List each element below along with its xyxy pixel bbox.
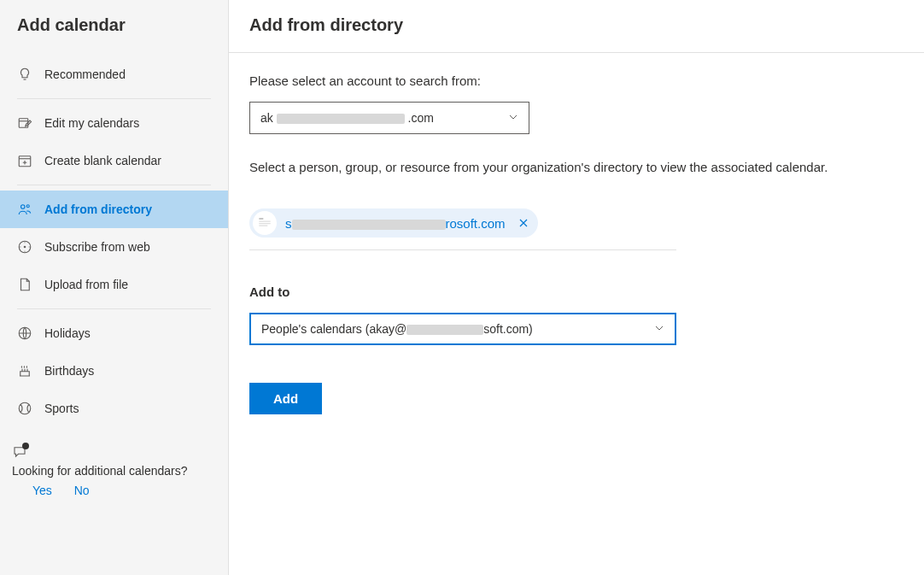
avatar xyxy=(253,211,277,235)
instruction-text: Select a person, group, or resource from… xyxy=(249,160,924,174)
svg-rect-8 xyxy=(259,218,263,220)
sidebar-item-label: Subscribe from web xyxy=(44,240,150,254)
svg-point-2 xyxy=(21,205,26,209)
add-to-select-value: People's calendars (akay@ soft.com) xyxy=(261,322,533,336)
sidebar-footer: Looking for additional calendars? Yes No xyxy=(0,444,228,497)
sidebar-item-label: Add from directory xyxy=(44,202,152,216)
web-icon xyxy=(17,239,32,255)
svg-rect-10 xyxy=(259,223,270,224)
edit-calendar-icon xyxy=(17,115,32,131)
sidebar-group: Edit my calendars Create blank calendar xyxy=(0,104,228,179)
sidebar-item-label: Recommended xyxy=(44,67,126,81)
sidebar-item-sports[interactable]: Sports xyxy=(0,390,228,427)
sidebar-item-edit-calendars[interactable]: Edit my calendars xyxy=(0,104,228,142)
divider xyxy=(17,185,211,185)
sidebar-item-label: Create blank calendar xyxy=(44,154,161,167)
sidebar-title: Add calendar xyxy=(0,15,228,56)
sidebar-item-subscribe-web[interactable]: Subscribe from web xyxy=(0,228,228,266)
sidebar-item-recommended[interactable]: Recommended xyxy=(0,56,228,93)
person-picker[interactable]: s rosoft.com xyxy=(249,208,676,250)
feedback-icon xyxy=(12,444,27,460)
svg-rect-11 xyxy=(259,226,267,226)
sports-icon xyxy=(17,401,32,416)
sidebar-item-label: Holidays xyxy=(44,326,91,340)
sidebar-group: Recommended xyxy=(0,56,228,93)
sidebar-item-upload-file[interactable]: Upload from file xyxy=(0,266,228,303)
sidebar-item-birthdays[interactable]: Birthdays xyxy=(0,352,228,390)
svg-point-5 xyxy=(24,246,26,248)
file-icon xyxy=(17,277,32,292)
feedback-prompt: Looking for additional calendars? xyxy=(12,463,216,480)
add-button[interactable]: Add xyxy=(249,383,322,414)
feedback-yes-link[interactable]: Yes xyxy=(32,484,52,497)
account-select[interactable]: ak .com xyxy=(249,102,529,134)
account-select-value: ak .com xyxy=(260,111,434,125)
svg-point-3 xyxy=(26,205,29,208)
divider xyxy=(229,52,924,53)
sidebar-item-label: Edit my calendars xyxy=(44,116,139,130)
feedback-no-link[interactable]: No xyxy=(74,484,90,497)
chevron-down-icon xyxy=(508,111,518,125)
main-panel: Add from directory Please select an acco… xyxy=(229,0,924,575)
sidebar-item-create-blank[interactable]: Create blank calendar xyxy=(0,142,228,179)
page-title: Add from directory xyxy=(249,15,924,35)
sidebar-item-label: Upload from file xyxy=(44,278,128,291)
sidebar-item-label: Sports xyxy=(44,402,79,415)
chip-text: s rosoft.com xyxy=(285,216,506,231)
sidebar-group: Add from directory Subscribe from web Up… xyxy=(0,191,228,303)
sidebar-item-holidays[interactable]: Holidays xyxy=(0,314,228,352)
people-icon xyxy=(17,202,32,217)
add-to-label: Add to xyxy=(249,285,924,299)
divider xyxy=(17,308,211,309)
remove-chip-button[interactable] xyxy=(518,217,529,229)
add-to-select[interactable]: People's calendars (akay@ soft.com) xyxy=(249,313,676,345)
globe-icon xyxy=(17,326,32,341)
svg-rect-9 xyxy=(259,221,270,222)
sidebar-item-label: Birthdays xyxy=(44,364,94,378)
account-label: Please select an account to search from: xyxy=(249,73,924,88)
divider xyxy=(17,98,211,99)
blank-calendar-icon xyxy=(17,153,32,168)
sidebar-group: Holidays Birthdays Sports xyxy=(0,314,228,427)
chevron-down-icon xyxy=(654,322,664,336)
sidebar-item-add-from-directory[interactable]: Add from directory xyxy=(0,191,228,228)
lightbulb-icon xyxy=(17,67,32,82)
cake-icon xyxy=(17,363,32,378)
person-chip: s rosoft.com xyxy=(249,208,538,238)
sidebar: Add calendar Recommended Edit my calenda… xyxy=(0,0,229,575)
